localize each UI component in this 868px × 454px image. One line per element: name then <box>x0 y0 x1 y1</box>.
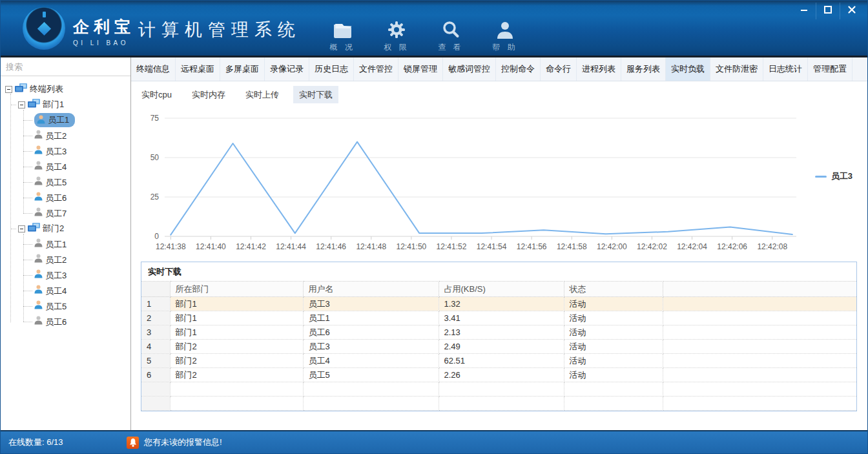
person-online-icon <box>34 286 45 296</box>
tree-node-部门1-员工1[interactable]: 员工1 <box>1 112 130 128</box>
column-header-用户名[interactable]: 用户名 <box>303 282 439 297</box>
tree-node-部门1-员工6[interactable]: 员工6 <box>1 190 130 205</box>
toolbar-item-label: 概 况 <box>329 42 355 53</box>
subtab-实时下载[interactable]: 实时下载 <box>293 86 338 103</box>
tree-node-部门2-员工3[interactable]: 员工3 <box>1 267 130 283</box>
tab-敏感词管控[interactable]: 敏感词管控 <box>443 57 496 81</box>
table-cell: 部门2 <box>170 354 303 368</box>
column-header-blank[interactable] <box>141 282 170 297</box>
maximize-button[interactable] <box>816 3 840 19</box>
column-header-状态[interactable]: 状态 <box>564 282 663 297</box>
tree-node-部门2-员工5[interactable]: 员工5 <box>1 298 130 314</box>
tab-进程列表[interactable]: 进程列表 <box>577 57 621 81</box>
gear-icon <box>387 19 406 39</box>
svg-text:12:41:52: 12:41:52 <box>437 242 467 251</box>
tree-node-部门1-员工5[interactable]: 员工5 <box>1 174 130 190</box>
toolbar-item-3[interactable]: 帮 助 <box>487 19 523 53</box>
person-offline-icon <box>34 317 45 327</box>
tab-服务列表[interactable]: 服务列表 <box>621 57 666 81</box>
tab-管理配置[interactable]: 管理配置 <box>808 57 852 81</box>
minimize-button[interactable] <box>792 3 816 19</box>
search-input[interactable] <box>1 57 130 76</box>
tab-文件管控[interactable]: 文件管控 <box>354 57 398 81</box>
tree-node-部门2-员工1[interactable]: 员工1 <box>1 236 130 252</box>
tree-node-部门2-员工4[interactable]: 员工4 <box>1 283 130 298</box>
toolbar-item-0[interactable]: 概 况 <box>324 19 360 53</box>
tab-控制命令[interactable]: 控制命令 <box>496 57 541 81</box>
toolbar-item-label: 权 限 <box>384 42 409 53</box>
table-cell: 活动 <box>564 354 663 368</box>
tree-node-label: 部门1 <box>43 99 64 110</box>
svg-text:12:42:06: 12:42:06 <box>717 242 747 251</box>
table-cell <box>663 354 856 368</box>
terminal-tree: 终端列表部门1员工1员工2员工3员工4员工5员工6员工7部门2员工1员工2员工3… <box>1 76 130 329</box>
table-cell <box>170 397 303 411</box>
tree-node-终端列表[interactable]: 终端列表 <box>1 81 130 97</box>
logo-dot <box>43 12 46 17</box>
table-cell <box>663 382 856 397</box>
table-row[interactable]: 6部门2员工52.26活动 <box>141 368 856 382</box>
tab-远程桌面[interactable]: 远程桌面 <box>176 57 220 81</box>
table-cell <box>663 325 856 340</box>
tree-node-部门2[interactable]: 部门2 <box>1 221 130 236</box>
svg-text:12:41:40: 12:41:40 <box>196 242 226 251</box>
table-row[interactable]: 5部门2员工462.51活动 <box>141 354 856 368</box>
column-header-blank[interactable] <box>663 282 856 297</box>
table-cell <box>303 382 439 397</box>
table-row-empty <box>141 382 856 397</box>
collapse-toggle-icon[interactable] <box>5 86 12 93</box>
subtab-实时内存[interactable]: 实时内存 <box>186 86 231 103</box>
tree-node-部门1[interactable]: 部门1 <box>1 97 130 112</box>
tab-文件防泄密[interactable]: 文件防泄密 <box>710 57 763 81</box>
tab-实时负载[interactable]: 实时负载 <box>666 57 710 81</box>
download-table: 所在部门用户名占用(KB/S)状态 1部门1员工31.32活动2部门1员工13.… <box>141 281 856 411</box>
user-icon <box>495 19 515 39</box>
table-row[interactable]: 3部门1员工62.13活动 <box>141 325 856 340</box>
person-online-icon <box>34 271 45 280</box>
person-offline-icon <box>34 162 45 172</box>
tab-历史日志[interactable]: 历史日志 <box>309 57 354 81</box>
tree-node-部门1-员工2[interactable]: 员工2 <box>1 128 130 143</box>
tab-终端信息[interactable]: 终端信息 <box>131 57 176 81</box>
download-table-panel: 实时下载 所在部门用户名占用(KB/S)状态 1部门1员工31.32活动2部门1… <box>141 262 857 411</box>
online-count: 在线数量: 6/13 <box>8 437 127 448</box>
tab-命令行[interactable]: 命令行 <box>541 57 577 81</box>
sidebar: 终端列表部门1员工1员工2员工3员工4员工5员工6员工7部门2员工1员工2员工3… <box>1 57 131 430</box>
tab-录像记录[interactable]: 录像记录 <box>265 57 309 81</box>
table-row[interactable]: 2部门1员工13.41活动 <box>141 311 856 325</box>
svg-text:12:42:02: 12:42:02 <box>637 242 667 251</box>
tree-node-部门2-员工6[interactable]: 员工6 <box>1 314 130 329</box>
table-row[interactable]: 4部门2员工32.49活动 <box>141 340 856 354</box>
tab-锁屏管理[interactable]: 锁屏管理 <box>398 57 443 81</box>
toolbar-item-1[interactable]: 权 限 <box>378 19 415 53</box>
main-toolbar: 概 况权 限查 看帮 助 <box>324 19 523 53</box>
column-header-所在部门[interactable]: 所在部门 <box>170 282 303 297</box>
column-header-占用(KB/S)[interactable]: 占用(KB/S) <box>439 282 564 297</box>
collapse-toggle-icon[interactable] <box>18 225 25 232</box>
alert-text: 您有未读的报警信息! <box>144 437 222 448</box>
tree-node-部门1-员工3[interactable]: 员工3 <box>1 143 130 159</box>
subtab-实时上传[interactable]: 实时上传 <box>240 86 285 103</box>
table-cell <box>439 397 564 411</box>
toolbar-item-2[interactable]: 查 看 <box>433 19 469 53</box>
close-button[interactable] <box>840 3 863 19</box>
collapse-toggle-icon[interactable] <box>18 101 25 108</box>
tree-node-部门1-员工7[interactable]: 员工7 <box>1 205 130 221</box>
legend-line-swatch <box>815 176 827 178</box>
person-offline-icon <box>34 240 45 249</box>
table-cell: 员工5 <box>303 368 439 382</box>
table-cell: 部门1 <box>170 297 303 311</box>
tree-node-部门1-员工4[interactable]: 员工4 <box>1 159 130 174</box>
table-cell: 62.51 <box>439 354 564 368</box>
minimize-icon <box>800 5 809 17</box>
subtab-实时cpu[interactable]: 实时cpu <box>136 86 178 103</box>
table-row[interactable]: 1部门1员工31.32活动 <box>141 297 856 311</box>
chart-legend[interactable]: 员工3 <box>815 170 852 182</box>
tree-node-部门2-员工2[interactable]: 员工2 <box>1 252 130 267</box>
table-cell: 5 <box>141 354 170 368</box>
brand-block: 企利宝 QI LI BAO <box>73 16 135 46</box>
tree-node-label: 员工7 <box>45 209 67 218</box>
alert-message[interactable]: 您有未读的报警信息! <box>127 437 222 449</box>
tab-日志统计[interactable]: 日志统计 <box>763 57 808 81</box>
tab-多屏桌面[interactable]: 多屏桌面 <box>220 57 265 81</box>
